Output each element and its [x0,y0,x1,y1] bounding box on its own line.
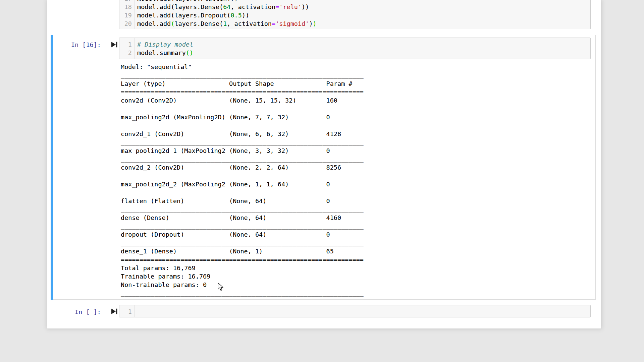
code-line: 1# Display model [119,40,590,49]
jupyter-notebook-page: 17model.add(layers.Flatten())18model.add… [0,0,644,362]
notebook-container: 17model.add(layers.Flatten())18model.add… [47,0,601,329]
line-number: 2 [119,49,135,57]
code-cell-empty-input[interactable]: 1 [119,305,591,317]
input-prompt-empty: In [ ]: [54,308,101,316]
run-cell-icon[interactable] [111,308,118,315]
selected-cell-indicator [51,35,53,300]
code-editor[interactable]: 17model.add(layers.Flatten())18model.add… [119,0,590,28]
code-editor[interactable]: 1# Display model2model.summary() [119,40,590,57]
code-line: 18model.add(layers.Dense(64, activation=… [119,3,590,11]
code-cell-partial-input[interactable]: 17model.add(layers.Flatten())18model.add… [119,0,591,29]
code-line: 17model.add(layers.Flatten()) [119,0,590,3]
line-number: 1 [119,40,135,49]
code-line: 1 [119,307,590,316]
line-number: 18 [119,3,135,11]
input-prompt: In [16]: [54,41,101,49]
run-cell-icon[interactable] [111,41,118,48]
code-line: 20model.add(layers.Dense(1, activation='… [119,19,590,28]
code-line: 19model.add(layers.Dropout(0.5)) [119,11,590,19]
line-number: 1 [119,307,135,316]
line-number: 19 [119,11,135,19]
line-number: 17 [119,0,135,3]
code-input-summary[interactable]: 1# Display model2model.summary() [119,38,591,59]
code-line: 2model.summary() [119,49,590,57]
code-editor[interactable]: 1 [119,307,590,316]
cell-output: Model: "sequential" ____________________… [121,63,364,297]
line-number: 20 [119,19,135,28]
